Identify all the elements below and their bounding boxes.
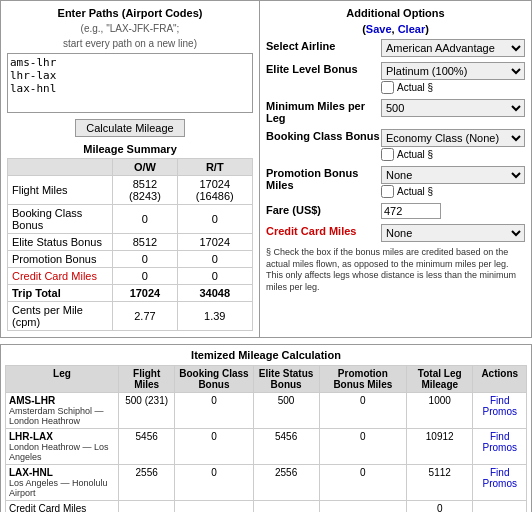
save-link[interactable]: Save [366,23,392,35]
itemized-table: LegFlight MilesBooking Class BonusElite … [5,365,527,512]
form-label: Select Airline [266,39,381,52]
calculate-mileage-button[interactable]: Calculate Mileage [75,119,184,137]
action-cell: Find Promos [473,429,527,465]
form-select-promotion-bonus-miles[interactable]: None [381,166,525,184]
data-cell: 0 [319,429,406,465]
form-label: Booking Class Bonus [266,129,381,142]
table-row: LAX-HNLLos Angeles — Honolulu Airport255… [6,465,527,501]
itemized-title: Itemized Mileage Calculation [5,349,527,361]
form-row: Credit Card MilesNone [266,224,525,242]
credit-card-label: Credit Card Miles [6,501,119,513]
actual-checkbox[interactable] [381,185,394,198]
leg-cell: LAX-HNLLos Angeles — Honolulu Airport [6,465,119,501]
summary-col-label [8,159,113,176]
find-promos-link[interactable]: Find Promos [483,467,517,489]
data-cell: 500 (231) [118,393,174,429]
actual-row: Actual § [381,185,525,198]
summary-row-ow: 8512 [113,234,177,251]
enter-paths-subtitle2: start every path on a new line) [7,38,253,49]
form-row: Fare (US$) [266,203,525,219]
summary-row-label: Credit Card Miles [8,268,113,285]
summary-row-ow: 0 [113,205,177,234]
itemized-header: Flight Miles [118,366,174,393]
summary-row-rt: 17024 (16486) [177,176,253,205]
form-select-select-airline[interactable]: American AAdvantage [381,39,525,57]
itemized-header: Promotion Bonus Miles [319,366,406,393]
summary-row-label: Booking Class Bonus [8,205,113,234]
action-cell: Find Promos [473,393,527,429]
form-label: Fare (US$) [266,203,381,216]
table-row: AMS-LHRAmsterdam Schiphol — London Heath… [6,393,527,429]
clear-link[interactable]: Clear [398,23,426,35]
summary-row-ow: 8512 (8243) [113,176,177,205]
data-cell: 5456 [253,429,319,465]
data-cell [473,501,527,513]
actual-row: Actual § [381,81,525,94]
summary-row-label: Promotion Bonus [8,251,113,268]
summary-row-label: Elite Status Bonus [8,234,113,251]
data-cell [118,501,174,513]
actual-label: Actual § [397,82,433,93]
form-select-minimum-miles-per-leg[interactable]: 500 [381,99,525,117]
data-cell: 2556 [118,465,174,501]
actual-checkbox[interactable] [381,81,394,94]
fare-input[interactable] [381,203,441,219]
form-label: Promotion Bonus Miles [266,166,381,191]
leg-cell: LHR-LAXLondon Heathrow — Los Angeles [6,429,119,465]
data-cell: 0 [319,465,406,501]
form-label: Minimum Miles per Leg [266,99,381,124]
find-promos-link[interactable]: Find Promos [483,431,517,453]
footnote: § Check the box if the bonus miles are c… [266,247,525,294]
data-cell: 500 [253,393,319,429]
data-cell: 5112 [406,465,473,501]
data-cell [175,501,253,513]
form-row: Minimum Miles per Leg500 [266,99,525,124]
itemized-header: Total Leg Mileage [406,366,473,393]
form-label: Elite Level Bonus [266,62,381,75]
summary-row-rt: 0 [177,251,253,268]
data-cell: 0 [319,393,406,429]
data-cell: 0 [175,393,253,429]
action-cell: Find Promos [473,465,527,501]
itemized-header: Booking Class Bonus [175,366,253,393]
actual-checkbox[interactable] [381,148,394,161]
save-clear-links: (Save, Clear) [266,23,525,35]
form-row: Promotion Bonus MilesNoneActual § [266,166,525,198]
data-cell: 5456 [118,429,174,465]
itemized-header: Elite Status Bonus [253,366,319,393]
summary-row-label: Flight Miles [8,176,113,205]
form-select-credit-card-miles[interactable]: None [381,224,525,242]
summary-row-rt: 17024 [177,234,253,251]
summary-col-rt: R/T [177,159,253,176]
form-label: Credit Card Miles [266,224,381,237]
find-promos-link[interactable]: Find Promos [483,395,517,417]
paths-textarea[interactable]: ams-lhr lhr-lax lax-hnl [7,53,253,113]
summary-row-ow: 0 [113,251,177,268]
actual-row: Actual § [381,148,525,161]
form-row: Elite Level BonusPlatinum (100%)Actual § [266,62,525,94]
summary-row-rt: 1.39 [177,302,253,331]
data-cell [253,501,319,513]
summary-row-label: Cents per Mile (cpm) [8,302,113,331]
data-cell: 1000 [406,393,473,429]
itemized-section: Itemized Mileage Calculation LegFlight M… [0,344,532,512]
form-select-elite-level-bonus[interactable]: Platinum (100%) [381,62,525,80]
summary-col-ow: O/W [113,159,177,176]
summary-row-rt: 34048 [177,285,253,302]
summary-table: O/W R/T Flight Miles8512 (8243)17024 (16… [7,158,253,331]
form-row: Booking Class BonusEconomy Class (None)A… [266,129,525,161]
actual-label: Actual § [397,186,433,197]
summary-row-rt: 0 [177,205,253,234]
actual-label: Actual § [397,149,433,160]
itemized-header: Leg [6,366,119,393]
data-cell [319,501,406,513]
summary-row-ow: 17024 [113,285,177,302]
data-cell: 0 [175,465,253,501]
data-cell: 2556 [253,465,319,501]
data-cell: 0 [175,429,253,465]
form-row: Select AirlineAmerican AAdvantage [266,39,525,57]
enter-paths-title: Enter Paths (Airport Codes) [7,7,253,19]
form-select-booking-class-bonus[interactable]: Economy Class (None) [381,129,525,147]
summary-title: Mileage Summary [7,143,253,155]
data-cell: 0 [406,501,473,513]
